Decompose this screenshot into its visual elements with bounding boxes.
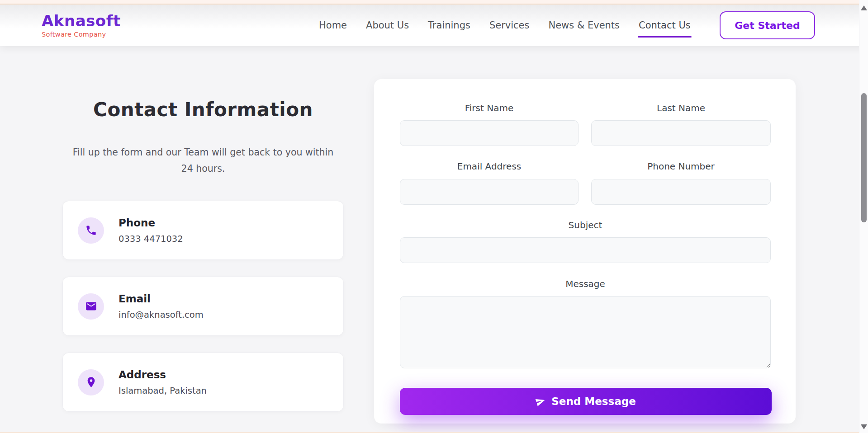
address-info-card: Address Islamabad, Pakistan [62,353,344,412]
email-card-value: info@aknasoft.com [119,310,204,320]
address-card-title: Address [119,369,207,381]
email-address-label: Email Address [400,161,579,172]
nav-item-services[interactable]: Services [489,20,530,31]
main-nav: Home About Us Trainings Services News & … [319,20,691,31]
brand-tagline: Software Company [42,30,121,38]
email-info-card: Email info@aknasoft.com [62,277,344,336]
nav-item-about-us[interactable]: About Us [366,20,409,31]
first-name-input[interactable] [400,120,579,146]
page-title: Contact Information [62,99,344,121]
scrollbar-thumb[interactable] [861,93,867,222]
scroll-up-arrow-icon[interactable] [861,5,867,10]
brand-name: Aknasoft [42,13,121,29]
phone-icon [78,217,104,244]
page-subtitle: Fill up the form and our Team will get b… [72,145,334,177]
email-address-input[interactable] [400,179,579,205]
message-label: Message [400,278,771,289]
envelope-icon [78,293,104,320]
email-card-title: Email [119,293,204,305]
nav-item-contact-us[interactable]: Contact Us [639,20,691,31]
phone-card-title: Phone [119,217,183,229]
top-edge-strip [0,0,868,5]
phone-number-input[interactable] [591,179,771,205]
nav-item-news-events[interactable]: News & Events [548,20,620,31]
last-name-input[interactable] [591,120,771,146]
nav-item-home[interactable]: Home [319,20,347,31]
phone-info-card: Phone 0333 4471032 [62,201,344,260]
phone-card-value: 0333 4471032 [119,234,183,244]
phone-number-label: Phone Number [591,161,771,172]
subject-input[interactable] [400,237,771,263]
nav-item-trainings[interactable]: Trainings [428,20,470,31]
last-name-label: Last Name [591,103,771,113]
first-name-label: First Name [400,103,579,113]
scroll-down-arrow-icon[interactable] [861,424,867,429]
vertical-scrollbar[interactable] [859,0,868,433]
paper-plane-icon [534,395,547,408]
send-message-label: Send Message [551,395,636,407]
address-card-value: Islamabad, Pakistan [119,386,207,396]
map-pin-icon [78,369,104,395]
brand-logo[interactable]: Aknasoft Software Company [42,13,121,38]
site-header: Aknasoft Software Company Home About Us … [0,5,868,46]
send-message-button[interactable]: Send Message [400,388,772,415]
get-started-button[interactable]: Get Started [720,11,815,39]
contact-form: First Name Last Name Email Address Phone… [374,79,796,424]
subject-label: Subject [400,220,771,231]
message-textarea[interactable] [400,296,771,368]
